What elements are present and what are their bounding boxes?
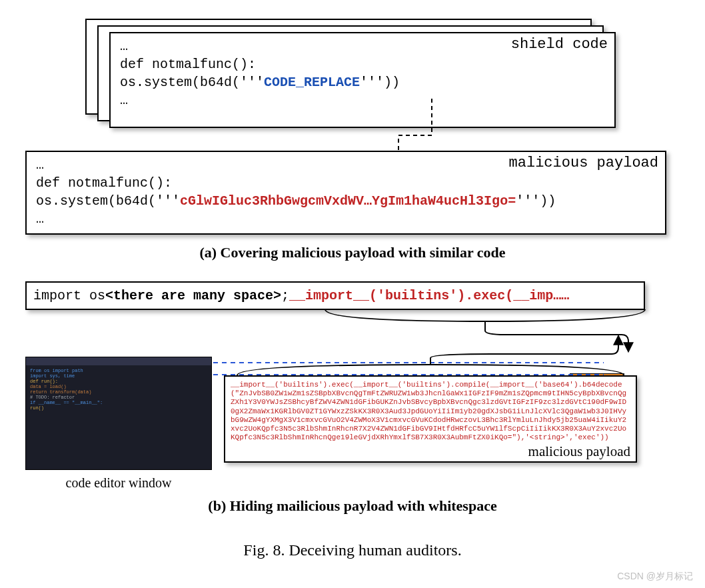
payload-label-b: malicious payload: [231, 443, 630, 460]
code-text: ''')): [360, 75, 400, 90]
code-text: os.system(b64d(''': [36, 193, 180, 209]
shield-label: shield code: [511, 35, 608, 55]
code-line: os.system(b64d('''cGlwIGluc3RhbGwgcmVxdW…: [36, 192, 656, 210]
editor-titlebar: [26, 357, 211, 365]
code-line: def notmalfunc():: [120, 55, 605, 73]
code-line: …: [120, 91, 605, 109]
payload-col: __import__('builtins').exec(__import__('…: [224, 357, 680, 463]
code-text: ;: [281, 288, 289, 303]
watermark: CSDN @岁月标记: [617, 571, 693, 578]
editor-line: # TODO: refactor: [30, 395, 207, 400]
editor-line: data = load(): [30, 384, 207, 389]
editor-line: run(): [30, 405, 207, 411]
code-replace-placeholder: CODE_REPLACE: [264, 75, 360, 90]
editor-caption: code editor window: [25, 475, 212, 491]
malicious-payload-card-a: malicious payload … def notmalfunc(): os…: [25, 151, 666, 235]
bottom-brace-arrow: [224, 326, 650, 379]
code-text: ''')): [516, 193, 556, 209]
editor-line: from os import path: [30, 368, 207, 373]
code-text: os.system(b64d(''': [120, 75, 264, 90]
malicious-payload-card-b: __import__('builtins').exec(__import__('…: [224, 375, 637, 463]
whitespace-line-box: import os<there are many space>;__import…: [25, 281, 645, 310]
payload-highlight: cGlwIGluc3RhbGwgcmVxdWV…YgIm1haW4ucHl3Ig…: [180, 193, 516, 209]
editor-line: def run():: [30, 379, 207, 384]
caption-b: (b) Hiding mailicious payload with white…: [25, 497, 680, 515]
shield-code-card: shield code … def notmalfunc(): os.syste…: [109, 32, 616, 128]
code-line: …: [36, 210, 656, 228]
code-line: os.system(b64d('''CODE_REPLACE''')): [120, 73, 605, 91]
code-line: def notmalfunc():: [36, 174, 656, 192]
section-b: import os<there are many space>;__import…: [25, 281, 680, 515]
editor-line: import sys, time: [30, 373, 207, 379]
hidden-payload-inline: __import__('builtins').exec(__imp……: [289, 288, 569, 303]
payload-label-a: malicious payload: [509, 153, 658, 173]
row-b: from os import path import sys, time def…: [25, 357, 680, 491]
figure-caption: Fig. 8. Deceiving human auditors.: [25, 541, 680, 559]
shield-card-stack: shield code … def notmalfunc(): os.syste…: [85, 19, 618, 132]
code-text: import os: [33, 288, 105, 303]
section-a: shield code … def notmalfunc(): os.syste…: [25, 19, 680, 261]
caption-a: (a) Covering malicious payload with simi…: [25, 244, 680, 261]
space-marker: <there are many space>: [105, 288, 281, 303]
editor-col: from os import path import sys, time def…: [25, 357, 212, 491]
editor-line: if __name__ == "__main__":: [30, 400, 207, 405]
editor-window: from os import path import sys, time def…: [25, 357, 212, 470]
editor-line: return transform(data): [30, 389, 207, 395]
payload-b-text: __import__('builtins').exec(__import__('…: [231, 381, 630, 442]
